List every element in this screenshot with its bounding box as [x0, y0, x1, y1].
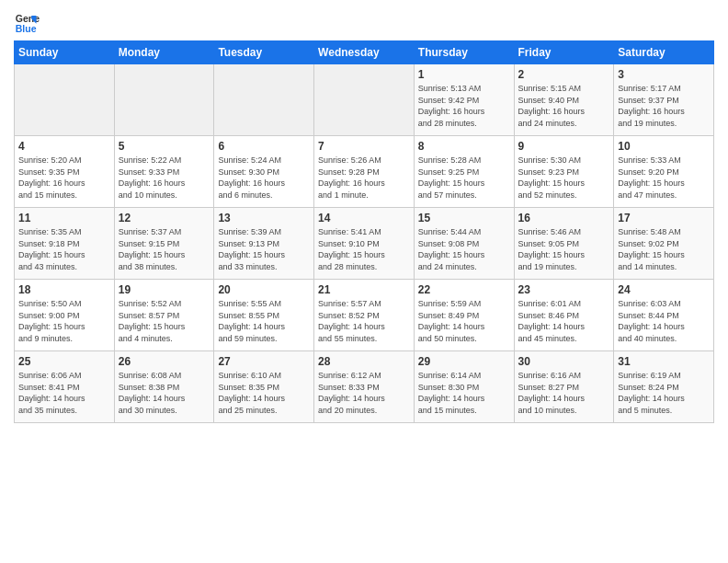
calendar-cell: 19Sunrise: 5:52 AM Sunset: 8:57 PM Dayli…: [114, 280, 214, 351]
calendar-cell: 27Sunrise: 6:10 AM Sunset: 8:35 PM Dayli…: [214, 351, 314, 423]
calendar-cell: 8Sunrise: 5:28 AM Sunset: 9:25 PM Daylig…: [414, 136, 514, 208]
weekday-header-friday: Friday: [514, 41, 614, 64]
calendar-cell: 30Sunrise: 6:16 AM Sunset: 8:27 PM Dayli…: [514, 351, 614, 423]
calendar-cell: 3Sunrise: 5:17 AM Sunset: 9:37 PM Daylig…: [614, 64, 714, 136]
day-number: 28: [318, 355, 410, 368]
calendar-cell: [15, 64, 115, 136]
day-info: Sunrise: 5:44 AM Sunset: 9:08 PM Dayligh…: [418, 226, 510, 272]
day-info: Sunrise: 6:03 AM Sunset: 8:44 PM Dayligh…: [618, 298, 710, 344]
day-info: Sunrise: 5:33 AM Sunset: 9:20 PM Dayligh…: [618, 155, 710, 201]
day-info: Sunrise: 5:24 AM Sunset: 9:30 PM Dayligh…: [218, 155, 310, 201]
day-info: Sunrise: 5:57 AM Sunset: 8:52 PM Dayligh…: [318, 298, 410, 344]
calendar-cell: 17Sunrise: 5:48 AM Sunset: 9:02 PM Dayli…: [614, 208, 714, 280]
weekday-header-thursday: Thursday: [414, 41, 514, 64]
calendar-cell: 24Sunrise: 6:03 AM Sunset: 8:44 PM Dayli…: [614, 280, 714, 351]
day-info: Sunrise: 5:39 AM Sunset: 9:13 PM Dayligh…: [218, 226, 310, 272]
day-info: Sunrise: 5:59 AM Sunset: 8:49 PM Dayligh…: [418, 298, 510, 344]
day-number: 18: [18, 283, 110, 296]
calendar-header-row: SundayMondayTuesdayWednesdayThursdayFrid…: [15, 41, 714, 64]
day-number: 1: [418, 68, 510, 81]
header: General Blue: [14, 9, 714, 35]
weekday-header-saturday: Saturday: [614, 41, 714, 64]
day-info: Sunrise: 5:37 AM Sunset: 9:15 PM Dayligh…: [119, 226, 210, 272]
calendar-cell: 10Sunrise: 5:33 AM Sunset: 9:20 PM Dayli…: [614, 136, 714, 208]
calendar-cell: 1Sunrise: 5:13 AM Sunset: 9:42 PM Daylig…: [414, 64, 514, 136]
day-info: Sunrise: 5:28 AM Sunset: 9:25 PM Dayligh…: [418, 155, 510, 201]
day-number: 5: [119, 140, 210, 153]
calendar-cell: 11Sunrise: 5:35 AM Sunset: 9:18 PM Dayli…: [15, 208, 115, 280]
calendar-table: SundayMondayTuesdayWednesdayThursdayFrid…: [14, 40, 714, 423]
day-number: 20: [218, 283, 310, 296]
calendar-cell: 13Sunrise: 5:39 AM Sunset: 9:13 PM Dayli…: [214, 208, 314, 280]
day-number: 9: [518, 140, 610, 153]
day-number: 21: [318, 283, 410, 296]
day-number: 10: [618, 140, 710, 153]
day-info: Sunrise: 6:08 AM Sunset: 8:38 PM Dayligh…: [119, 370, 210, 416]
day-number: 2: [518, 68, 610, 81]
day-info: Sunrise: 5:26 AM Sunset: 9:28 PM Dayligh…: [318, 155, 410, 201]
calendar-cell: 28Sunrise: 6:12 AM Sunset: 8:33 PM Dayli…: [314, 351, 415, 423]
day-number: 14: [318, 212, 410, 224]
calendar-cell: 15Sunrise: 5:44 AM Sunset: 9:08 PM Dayli…: [414, 208, 514, 280]
calendar-cell: 9Sunrise: 5:30 AM Sunset: 9:23 PM Daylig…: [514, 136, 614, 208]
calendar-cell: [314, 64, 415, 136]
day-number: 16: [518, 212, 610, 224]
calendar-cell: [114, 64, 214, 136]
day-info: Sunrise: 5:41 AM Sunset: 9:10 PM Dayligh…: [318, 226, 410, 272]
day-info: Sunrise: 5:46 AM Sunset: 9:05 PM Dayligh…: [518, 226, 610, 272]
day-info: Sunrise: 5:20 AM Sunset: 9:35 PM Dayligh…: [18, 155, 110, 201]
day-number: 17: [618, 212, 710, 224]
svg-text:Blue: Blue: [16, 23, 37, 34]
day-info: Sunrise: 6:14 AM Sunset: 8:30 PM Dayligh…: [418, 370, 510, 416]
logo: General Blue: [14, 9, 43, 35]
day-info: Sunrise: 5:22 AM Sunset: 9:33 PM Dayligh…: [119, 155, 210, 201]
calendar-cell: 16Sunrise: 5:46 AM Sunset: 9:05 PM Dayli…: [514, 208, 614, 280]
day-number: 6: [218, 140, 310, 153]
weekday-header-wednesday: Wednesday: [314, 41, 415, 64]
day-number: 13: [218, 212, 310, 224]
day-number: 7: [318, 140, 410, 153]
calendar-week-4: 18Sunrise: 5:50 AM Sunset: 9:00 PM Dayli…: [15, 280, 714, 351]
day-number: 23: [518, 283, 610, 296]
calendar-cell: 31Sunrise: 6:19 AM Sunset: 8:24 PM Dayli…: [614, 351, 714, 423]
day-number: 29: [418, 355, 510, 368]
day-number: 11: [18, 212, 110, 224]
day-info: Sunrise: 6:06 AM Sunset: 8:41 PM Dayligh…: [18, 370, 110, 416]
calendar-cell: 23Sunrise: 6:01 AM Sunset: 8:46 PM Dayli…: [514, 280, 614, 351]
calendar-cell: 21Sunrise: 5:57 AM Sunset: 8:52 PM Dayli…: [314, 280, 415, 351]
day-info: Sunrise: 5:13 AM Sunset: 9:42 PM Dayligh…: [418, 83, 510, 129]
day-info: Sunrise: 6:10 AM Sunset: 8:35 PM Dayligh…: [218, 370, 310, 416]
day-number: 8: [418, 140, 510, 153]
day-info: Sunrise: 5:17 AM Sunset: 9:37 PM Dayligh…: [618, 83, 710, 129]
calendar-cell: [214, 64, 314, 136]
day-info: Sunrise: 5:55 AM Sunset: 8:55 PM Dayligh…: [218, 298, 310, 344]
weekday-header-sunday: Sunday: [15, 41, 115, 64]
day-number: 26: [119, 355, 210, 368]
day-info: Sunrise: 5:35 AM Sunset: 9:18 PM Dayligh…: [18, 226, 110, 272]
day-number: 12: [119, 212, 210, 224]
calendar-cell: 26Sunrise: 6:08 AM Sunset: 8:38 PM Dayli…: [114, 351, 214, 423]
day-info: Sunrise: 5:30 AM Sunset: 9:23 PM Dayligh…: [518, 155, 610, 201]
day-info: Sunrise: 6:19 AM Sunset: 8:24 PM Dayligh…: [618, 370, 710, 416]
calendar-container: General Blue SundayMondayTuesdayWednesda…: [0, 0, 728, 428]
day-info: Sunrise: 6:12 AM Sunset: 8:33 PM Dayligh…: [318, 370, 410, 416]
calendar-cell: 18Sunrise: 5:50 AM Sunset: 9:00 PM Dayli…: [15, 280, 115, 351]
calendar-cell: 29Sunrise: 6:14 AM Sunset: 8:30 PM Dayli…: [414, 351, 514, 423]
calendar-week-1: 1Sunrise: 5:13 AM Sunset: 9:42 PM Daylig…: [15, 64, 714, 136]
day-number: 25: [18, 355, 110, 368]
day-number: 4: [18, 140, 110, 153]
calendar-cell: 20Sunrise: 5:55 AM Sunset: 8:55 PM Dayli…: [214, 280, 314, 351]
day-number: 31: [618, 355, 710, 368]
day-info: Sunrise: 5:48 AM Sunset: 9:02 PM Dayligh…: [618, 226, 710, 272]
day-number: 24: [618, 283, 710, 296]
calendar-cell: 2Sunrise: 5:15 AM Sunset: 9:40 PM Daylig…: [514, 64, 614, 136]
calendar-cell: 6Sunrise: 5:24 AM Sunset: 9:30 PM Daylig…: [214, 136, 314, 208]
day-info: Sunrise: 6:16 AM Sunset: 8:27 PM Dayligh…: [518, 370, 610, 416]
calendar-week-2: 4Sunrise: 5:20 AM Sunset: 9:35 PM Daylig…: [15, 136, 714, 208]
day-info: Sunrise: 5:15 AM Sunset: 9:40 PM Dayligh…: [518, 83, 610, 129]
calendar-cell: 14Sunrise: 5:41 AM Sunset: 9:10 PM Dayli…: [314, 208, 415, 280]
calendar-cell: 12Sunrise: 5:37 AM Sunset: 9:15 PM Dayli…: [114, 208, 214, 280]
day-number: 3: [618, 68, 710, 81]
weekday-header-tuesday: Tuesday: [214, 41, 314, 64]
calendar-cell: 4Sunrise: 5:20 AM Sunset: 9:35 PM Daylig…: [15, 136, 115, 208]
